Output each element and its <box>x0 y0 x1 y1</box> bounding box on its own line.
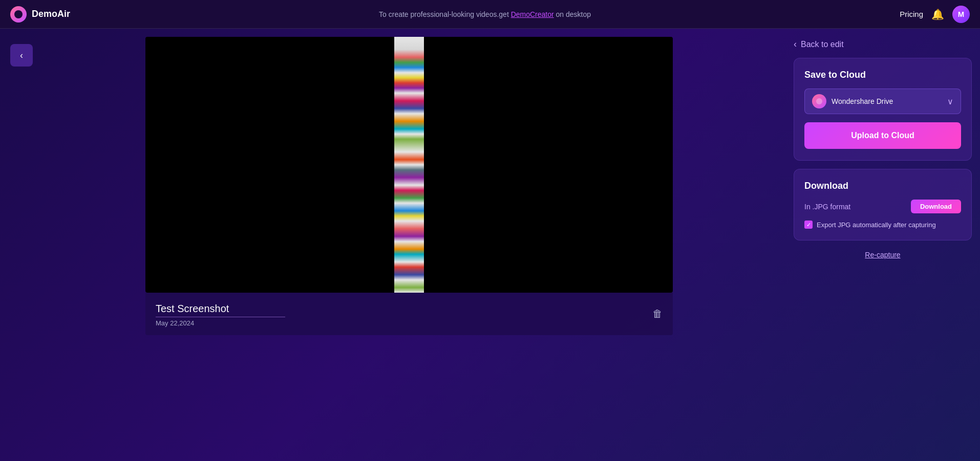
preview-canvas <box>145 37 673 293</box>
auto-export-row: ✓ Export JPG automatically after capturi… <box>804 221 961 229</box>
back-arrow-icon: ‹ <box>20 50 23 61</box>
save-to-cloud-title: Save to Cloud <box>804 70 961 80</box>
logo-icon <box>10 6 27 23</box>
bell-icon[interactable]: 🔔 <box>931 8 944 20</box>
download-card: Download In .JPG format Download ✓ Expor… <box>794 169 972 240</box>
pricing-link[interactable]: Pricing <box>900 10 923 18</box>
preview-area: May 22,2024 🗑 <box>0 29 785 461</box>
cloud-dropdown-left: Wondershare Drive <box>812 94 893 108</box>
back-to-edit-link[interactable]: ‹ Back to edit <box>794 39 972 50</box>
download-title: Download <box>804 181 961 191</box>
recapture-link[interactable]: Re-capture <box>794 247 972 263</box>
screenshot-date: May 22,2024 <box>156 319 644 327</box>
provider-name: Wondershare Drive <box>832 97 893 105</box>
delete-icon[interactable]: 🗑 <box>652 308 663 320</box>
topbar-left: DemoAir <box>10 6 70 23</box>
democreator-link[interactable]: DemoCreator <box>511 10 554 18</box>
chevron-left-icon: ‹ <box>794 39 797 50</box>
chevron-down-icon: ∨ <box>947 97 953 106</box>
download-button[interactable]: Download <box>911 200 961 213</box>
topbar-right: Pricing 🔔 M <box>900 6 970 23</box>
app-name: DemoAir <box>32 9 70 19</box>
download-row: In .JPG format Download <box>804 200 961 213</box>
upload-to-cloud-button[interactable]: Upload to Cloud <box>804 122 961 149</box>
info-bar: May 22,2024 🗑 <box>145 293 673 335</box>
screenshot-title-input[interactable] <box>156 301 285 317</box>
save-to-cloud-card: Save to Cloud Wondershare Drive ∨ Upload… <box>794 58 972 161</box>
avatar[interactable]: M <box>952 6 970 23</box>
back-button[interactable]: ‹ <box>10 44 33 67</box>
provider-icon <box>812 94 826 108</box>
right-panel: ‹ Back to edit Save to Cloud Wondershare… <box>785 29 980 461</box>
auto-export-label: Export JPG automatically after capturing <box>817 221 936 229</box>
notice-suffix: on desktop <box>554 10 591 18</box>
topbar: DemoAir To create professional-looking v… <box>0 0 980 29</box>
main-content: ‹ May 22,2024 🗑 ‹ Back to edit Save to C… <box>0 29 980 461</box>
back-to-edit-label: Back to edit <box>801 40 844 49</box>
notice-text: To create professional-looking videos.ge… <box>379 10 511 18</box>
auto-export-checkbox[interactable]: ✓ <box>804 221 813 229</box>
screenshot-strip <box>394 37 424 293</box>
format-label: In .JPG format <box>804 203 850 211</box>
cloud-provider-dropdown[interactable]: Wondershare Drive ∨ <box>804 89 961 114</box>
topbar-notice: To create professional-looking videos.ge… <box>70 10 900 18</box>
